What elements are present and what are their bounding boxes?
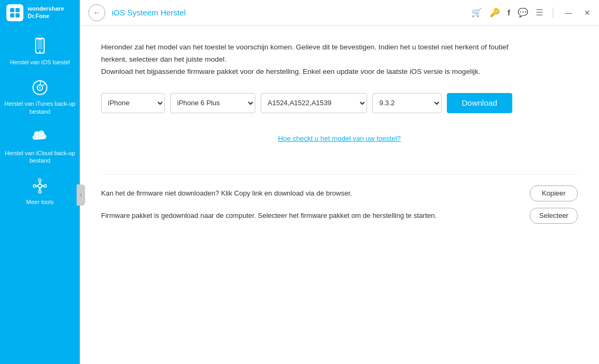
menu-icon[interactable]: ☰ (536, 7, 543, 18)
svg-rect-2 (10, 13, 14, 18)
logo-icon (6, 4, 23, 21)
facebook-icon[interactable]: f (508, 8, 510, 17)
model-select[interactable]: iPhone 6 Plus iPhone 6 iPhone 5s iPhone … (170, 93, 255, 113)
sidebar-label-restore-ios: Herstel van iOS toestel (10, 58, 70, 66)
sidebar-item-more-tools[interactable]: Meer tools (0, 171, 80, 212)
content-area: Hieronder zal het model van het toestel … (80, 26, 599, 364)
main-layout: Herstel van iOS toestel Herstel van iTun… (0, 26, 599, 364)
help-link[interactable]: Hoe checkt u het model van uw toestel? (101, 134, 578, 142)
sidebar-item-restore-itunes[interactable]: Herstel van iTunes back-up bestand (0, 72, 80, 122)
select-button[interactable]: Selecteer (530, 208, 578, 224)
copy-button[interactable]: Kopieer (530, 185, 578, 201)
copy-link-row: Kan het de firmware niet downloaden? Kli… (101, 185, 578, 201)
tools-icon (31, 177, 49, 195)
close-button[interactable]: ✕ (582, 9, 593, 17)
version-select[interactable]: 9.3.2 9.3.1 9.3 9.2.1 9.2 (372, 93, 442, 113)
chat-icon[interactable]: 💬 (518, 7, 528, 18)
svg-rect-1 (15, 8, 20, 12)
sidebar-item-restore-ios[interactable]: Herstel van iOS toestel (0, 31, 80, 72)
back-button[interactable]: ← (88, 4, 105, 21)
svg-rect-3 (15, 13, 20, 18)
logo-text: wondershare Dr.Fone (28, 5, 64, 19)
bottom-section: Kan het de firmware niet downloaden? Kli… (101, 174, 578, 224)
sidebar-label-restore-icloud: Herstel van iCloud back-up bestand (4, 149, 76, 165)
svg-point-15 (39, 191, 41, 193)
select-firmware-text: Firmware pakket is gedownload naar de co… (101, 211, 530, 219)
music-icon (31, 79, 49, 97)
download-button[interactable]: Download (447, 93, 512, 113)
titlebar: wondershare Dr.Fone ← iOS Systeem Herste… (0, 0, 599, 26)
minimize-button[interactable]: — (563, 9, 575, 17)
sidebar-label-more-tools: Meer tools (26, 198, 53, 206)
select-firmware-row: Firmware pakket is gedownload naar de co… (101, 208, 578, 224)
description-text: Hieronder zal het model van het toestel … (101, 41, 527, 78)
svg-rect-0 (10, 8, 14, 12)
sidebar-collapse-button[interactable]: ‹ (77, 184, 85, 206)
device-select[interactable]: iPhone iPad iPod (101, 93, 165, 113)
sidebar-label-restore-itunes: Herstel van iTunes back-up bestand (4, 100, 76, 115)
cart-icon[interactable]: 🛒 (471, 7, 482, 18)
svg-point-13 (38, 184, 42, 188)
svg-point-16 (34, 185, 36, 188)
sidebar-item-restore-icloud[interactable]: Herstel van iCloud back-up bestand (0, 122, 80, 171)
phone-icon (31, 37, 49, 55)
svg-point-17 (44, 185, 47, 188)
svg-point-14 (39, 179, 41, 182)
svg-point-10 (39, 87, 41, 89)
copy-link-text: Kan het de firmware niet downloaden? Kli… (101, 189, 530, 197)
page-title: iOS Systeem Herstel (112, 8, 471, 17)
selectors-row: iPhone iPad iPod iPhone 6 Plus iPhone 6 … (101, 93, 578, 113)
app-logo: wondershare Dr.Fone (0, 0, 80, 26)
svg-rect-5 (37, 40, 43, 49)
svg-point-6 (39, 51, 41, 53)
key-icon[interactable]: 🔑 (489, 7, 500, 18)
titlebar-actions: 🛒 🔑 f 💬 ☰ — ✕ (471, 7, 593, 18)
divider (553, 7, 553, 18)
cloud-icon (31, 128, 49, 146)
model-number-select[interactable]: A1524,A1522,A1539 A1522,A1524 (261, 93, 367, 113)
sidebar: Herstel van iOS toestel Herstel van iTun… (0, 26, 80, 364)
